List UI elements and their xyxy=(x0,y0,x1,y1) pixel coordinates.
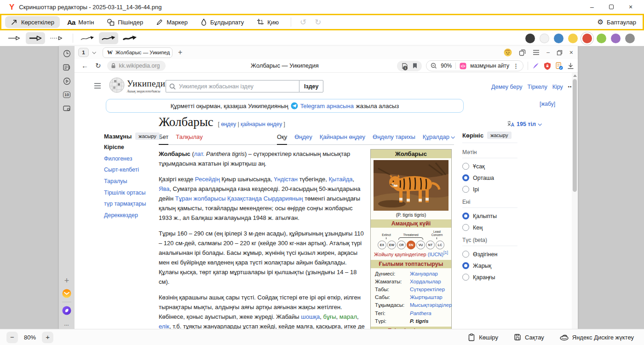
toc-item-subspecies[interactable]: түр тармақтары xyxy=(104,201,157,208)
browser-zoom-level[interactable]: 90% xyxy=(441,63,452,69)
url-field[interactable]: kk.wikipedia.org xyxy=(107,61,166,71)
translate-doc-icon[interactable] xyxy=(555,62,563,70)
editor-canvas[interactable]: 10 + ••• 1 W Жолбарыс — Уикипед xyxy=(0,46,644,329)
window-maximize-button[interactable] xyxy=(602,3,621,11)
toc-item-appearance[interactable]: Сырт-келбеті xyxy=(104,167,157,174)
tab-page[interactable]: Бет xyxy=(159,132,168,145)
radio-color-auto[interactable]: Өздігінен xyxy=(462,251,518,258)
toc-item-habitat[interactable]: Тіршілік ортасы xyxy=(104,190,157,197)
login-link[interactable]: Кіру xyxy=(552,84,563,90)
arrow-style-sketch-medium[interactable] xyxy=(99,32,118,44)
wiki-menu-icon[interactable] xyxy=(94,83,101,89)
text-tool-button[interactable]: Аа Мәтін xyxy=(62,16,99,28)
protect-shield-icon[interactable] xyxy=(544,62,551,70)
page-scrollbar[interactable] xyxy=(572,73,578,329)
wikipedia-wordmark[interactable]: УикипедиЯ Ашық энциклопедиясы xyxy=(127,79,172,93)
tab-read[interactable]: Оқу xyxy=(277,132,287,145)
color-swatch-yellow[interactable] xyxy=(568,34,578,43)
telegram-channel-link[interactable]: Telegram арнасына xyxy=(300,103,354,109)
appearance-hide-button[interactable]: жасыру xyxy=(487,132,511,139)
article-edit-links[interactable]: [ өңдеу | қайнарын өңдеу ] xyxy=(218,121,285,127)
color-swatch-red-selected[interactable] xyxy=(582,34,592,43)
zoom-in-button[interactable]: + xyxy=(42,332,53,343)
radio-text-small[interactable]: Ұсақ xyxy=(462,163,518,170)
arrow-style-straight-thin[interactable] xyxy=(5,32,24,44)
arrows-tool-button[interactable]: Көрсеткілер xyxy=(5,16,60,28)
radio-color-light-selected[interactable]: Жарық xyxy=(462,262,518,269)
radio-width-standard-selected[interactable]: Қалыпты xyxy=(462,213,518,219)
feed-icon[interactable] xyxy=(62,63,71,72)
tab-talk[interactable]: Талқылау xyxy=(176,132,202,144)
wikipedia-globe-logo[interactable] xyxy=(108,76,126,95)
radio-text-medium-selected[interactable]: Орташа xyxy=(462,174,518,181)
color-swatch-black[interactable] xyxy=(525,34,535,43)
read-aloud-button[interactable]: мазмұнын айту xyxy=(470,63,509,69)
toc-item-distribution[interactable]: Таралуы xyxy=(104,178,157,185)
register-link[interactable]: Тіркелу xyxy=(528,84,547,90)
browser-menu-icon[interactable] xyxy=(533,50,540,55)
panels-icon[interactable] xyxy=(519,49,526,56)
search-button[interactable]: Іздеу xyxy=(299,80,323,92)
bookmark-icon[interactable] xyxy=(412,63,418,69)
sidebar-add-icon[interactable]: + xyxy=(62,276,71,285)
copy-button[interactable]: Көшіру xyxy=(468,334,498,341)
donate-link[interactable]: Демеу беру xyxy=(491,84,523,90)
undo-button[interactable]: ↺ xyxy=(296,17,310,27)
tab-history[interactable]: Өңделу тарихы xyxy=(373,132,415,144)
tab-list-chevron-icon[interactable] xyxy=(92,50,96,54)
window-close-button[interactable]: × xyxy=(621,3,640,11)
radio-color-dark[interactable]: Қараңғы xyxy=(462,274,518,281)
history-icon[interactable] xyxy=(62,49,71,58)
alice-assistant-icon[interactable] xyxy=(62,306,71,315)
browser-close-icon[interactable]: × xyxy=(569,49,573,56)
language-selector[interactable]: 195 тіл xyxy=(507,121,541,127)
browser-minimize-icon[interactable]: – xyxy=(546,49,550,56)
radio-text-large[interactable]: Ірі xyxy=(462,186,518,193)
browser-tab-active[interactable]: W Жолбарыс — Уикипед × xyxy=(103,47,172,58)
toc-item-references[interactable]: Дереккөздер xyxy=(104,212,157,219)
tab-edit-source[interactable]: Қайнарын өңдеу xyxy=(320,132,365,144)
radio-width-wide[interactable]: Кең xyxy=(462,224,518,231)
color-swatch-blue[interactable] xyxy=(554,34,564,43)
color-swatch-gray[interactable] xyxy=(625,34,635,43)
save-button[interactable]: Сақтау xyxy=(514,334,544,341)
toc-item-phylogenesis[interactable]: Филогенез xyxy=(104,155,157,163)
tab-counter-button[interactable]: 1 xyxy=(78,48,89,57)
sidebar-more-icon[interactable]: ••• xyxy=(62,320,71,329)
highlight-pen-icon[interactable] xyxy=(532,62,540,69)
settings-button[interactable]: ⚙ Баптаулар xyxy=(598,18,639,26)
download-icon[interactable] xyxy=(567,63,574,69)
tiger-image[interactable] xyxy=(371,158,451,212)
back-icon[interactable]: ← xyxy=(81,62,88,69)
status-link[interactable]: Жойылу қаупіндегілер xyxy=(374,252,426,257)
search-input[interactable] xyxy=(166,80,299,92)
color-swatch-green[interactable] xyxy=(597,34,606,43)
crop-tool-button[interactable]: Қию xyxy=(251,16,284,28)
iucn-link[interactable]: (IUCN) xyxy=(428,252,443,257)
profile-avatar[interactable] xyxy=(504,48,512,57)
color-swatch-white[interactable] xyxy=(540,34,549,43)
marker-tool-button[interactable]: Маркер xyxy=(150,16,193,28)
shapes-tool-button[interactable]: Пішіндер xyxy=(101,16,149,28)
toc-item-intro[interactable]: Кіріспе xyxy=(104,144,157,151)
arrow-style-dotted[interactable] xyxy=(47,32,66,44)
toc-hide-button[interactable]: жасыру xyxy=(135,132,159,140)
arrow-style-sketch-thick[interactable] xyxy=(120,32,139,44)
reload-icon[interactable]: ↻ xyxy=(95,62,101,70)
window-minimize-button[interactable]: – xyxy=(582,3,602,11)
yandex-mail-icon[interactable] xyxy=(62,289,71,298)
scrollbar-thumb[interactable] xyxy=(573,79,577,192)
pill-more-icon[interactable]: ⋮ xyxy=(513,63,519,69)
browser-restore-icon[interactable] xyxy=(557,50,563,56)
blur-tool-button[interactable]: Бұлдырлату xyxy=(195,16,249,28)
scrollbar-up-arrow[interactable] xyxy=(573,75,577,77)
redo-button[interactable]: ↻ xyxy=(310,17,325,27)
zoom-out-button[interactable]: − xyxy=(6,332,18,343)
screencast-icon[interactable] xyxy=(62,104,71,113)
tab-edit[interactable]: Өңдеу xyxy=(294,132,312,144)
color-swatch-purple[interactable] xyxy=(611,34,621,43)
tab-count-badge[interactable]: 10 xyxy=(62,90,71,99)
status-ref[interactable]: [1] xyxy=(443,250,448,255)
tab-tools[interactable]: Құралдар xyxy=(423,132,454,144)
new-tab-button[interactable]: + xyxy=(178,48,182,57)
